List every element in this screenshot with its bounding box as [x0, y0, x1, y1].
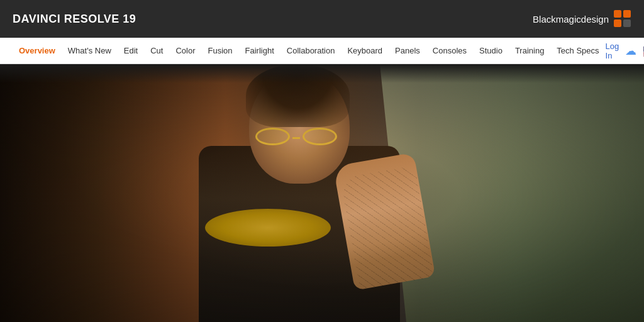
nav-item-overview[interactable]: Overview: [13, 46, 62, 55]
nav-right-section: Log In ☁ 🇺🇸: [606, 42, 644, 60]
site-header: DAVINCI RESOLVE 19 Blackmagicdesign: [0, 0, 644, 38]
logo-square-top-right: [623, 10, 631, 18]
logo-container: Blackmagicdesign: [533, 10, 631, 28]
hero-top-strip: [0, 64, 644, 83]
logo-text: Blackmagicdesign: [533, 14, 609, 25]
nav-item-fusion[interactable]: Fusion: [202, 46, 239, 55]
nav-links: Overview What's New Edit Cut Color Fusio…: [13, 46, 606, 55]
nav-item-whats-new[interactable]: What's New: [62, 46, 118, 55]
hero-section: [0, 64, 644, 322]
nav-item-consoles[interactable]: Consoles: [426, 46, 473, 55]
logo-square-top-left: [614, 10, 621, 18]
login-link[interactable]: Log In: [606, 42, 619, 60]
nav-item-edit[interactable]: Edit: [118, 46, 144, 55]
vignette: [0, 64, 644, 322]
nav-item-panels[interactable]: Panels: [389, 46, 426, 55]
nav-item-collaboration[interactable]: Collaboration: [280, 46, 341, 55]
nav-item-training[interactable]: Training: [509, 46, 550, 55]
nav-item-tech-specs[interactable]: Tech Specs: [550, 46, 605, 55]
nav-item-cut[interactable]: Cut: [144, 46, 169, 55]
main-navbar: Overview What's New Edit Cut Color Fusio…: [0, 38, 644, 64]
site-title: DAVINCI RESOLVE 19: [13, 13, 136, 26]
nav-item-studio[interactable]: Studio: [473, 46, 509, 55]
logo-square-bottom-left: [614, 19, 621, 27]
nav-item-color[interactable]: Color: [169, 46, 201, 55]
nav-item-fairlight[interactable]: Fairlight: [239, 46, 280, 55]
cloud-icon[interactable]: ☁: [625, 44, 636, 58]
logo-squares-grid: [614, 10, 631, 28]
nav-item-keyboard[interactable]: Keyboard: [341, 46, 389, 55]
logo-square-bottom-right: [623, 19, 631, 27]
